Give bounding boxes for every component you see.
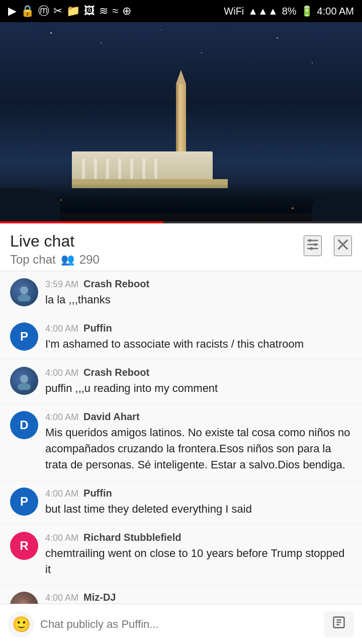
chat-header: Live chat Top chat 👥 290 xyxy=(0,223,362,271)
video-overlay xyxy=(0,22,362,223)
svg-point-4 xyxy=(314,243,317,246)
time-display: 4:00 AM xyxy=(317,6,354,17)
svg-point-9 xyxy=(18,294,31,301)
avatar: P xyxy=(10,488,38,516)
message-text: la la ,,,thanks xyxy=(45,292,352,308)
emoji-icon: 🙂 xyxy=(12,615,31,633)
chat-message: D 4:00 AM David Ahart Mis queridos amigo… xyxy=(0,404,362,480)
avatar-image xyxy=(10,278,38,306)
avatar-image xyxy=(10,367,38,395)
message-content: 4:00 AM Crash Reboot puffin ,,,u reading… xyxy=(45,367,352,396)
top-chat-label[interactable]: Top chat xyxy=(10,253,56,267)
send-icon xyxy=(332,615,346,633)
message-time: 4:00 AM xyxy=(45,533,78,543)
message-content: 3:59 AM Crash Reboot la la ,,,thanks xyxy=(45,278,352,308)
yt-icon: ▶ xyxy=(8,5,17,18)
message-content: 4:00 AM Puffin but last time they delete… xyxy=(45,488,352,517)
svg-point-5 xyxy=(310,247,313,250)
message-time: 4:00 AM xyxy=(45,324,78,334)
video-progress-bar[interactable] xyxy=(0,221,362,223)
message-author: Crash Reboot xyxy=(83,367,149,378)
filter-icon-button[interactable] xyxy=(304,235,322,256)
message-author: Miz-DJ xyxy=(83,592,116,603)
avatar: D xyxy=(10,411,38,439)
chat-message: 3:59 AM Crash Reboot la la ,,,thanks xyxy=(0,271,362,315)
video-player[interactable] xyxy=(0,22,362,223)
svg-point-8 xyxy=(20,286,28,294)
message-author: Puffin xyxy=(83,488,112,499)
avatar: P xyxy=(10,323,38,351)
cut-icon: ✂ xyxy=(53,5,62,18)
message-author: Puffin xyxy=(83,323,112,334)
viewers-icon: 👥 xyxy=(61,253,74,266)
svg-point-3 xyxy=(309,239,311,242)
chat-input-bar: 🙂 xyxy=(0,604,362,644)
chat-message: 4:00 AM Crash Reboot puffin ,,,u reading… xyxy=(0,360,362,404)
message-author: Richard Stubblefield xyxy=(83,532,181,543)
status-bar: ▶ 🔒 ⓜ ✂ 📁 🖼 ≋ ≈ ⊕ WiFi ▲▲▲ 8% 🔋 4:00 AM xyxy=(0,0,362,22)
message-text: puffin ,,,u reading into my comment xyxy=(45,380,352,396)
svg-point-10 xyxy=(20,375,28,383)
status-bar-right: WiFi ▲▲▲ 8% 🔋 4:00 AM xyxy=(224,5,354,17)
avatar: R xyxy=(10,532,38,560)
vpn-icon: ⊕ xyxy=(122,5,131,18)
avatar xyxy=(10,367,38,395)
image-icon: 🖼 xyxy=(84,5,95,18)
chat-title: Live chat xyxy=(10,231,100,251)
send-button[interactable] xyxy=(324,611,354,637)
folder-icon: 📁 xyxy=(66,5,80,18)
emoji-button[interactable]: 🙂 xyxy=(8,611,34,637)
viewer-count: 290 xyxy=(79,253,100,267)
battery-text: 8% xyxy=(282,6,297,17)
message-content: 4:00 AM Puffin I'm ashamed to associate … xyxy=(45,323,352,352)
signal-icon: ▲▲▲ xyxy=(248,6,278,17)
mastodon-icon: ⓜ xyxy=(38,4,49,19)
close-button[interactable] xyxy=(334,235,352,256)
avatar xyxy=(10,278,38,306)
chat-message: P 4:00 AM Puffin I'm ashamed to associat… xyxy=(0,315,362,360)
message-content: 4:00 AM David Ahart Mis queridos amigos … xyxy=(45,411,352,473)
svg-point-11 xyxy=(18,383,31,390)
message-text: Mis queridos amigos latinos. No existe t… xyxy=(45,425,352,473)
message-time: 4:00 AM xyxy=(45,593,78,603)
messages-container: 3:59 AM Crash Reboot la la ,,,thanks P 4… xyxy=(0,271,362,644)
status-bar-left: ▶ 🔒 ⓜ ✂ 📁 🖼 ≋ ≈ ⊕ xyxy=(8,4,131,19)
video-progress-fill xyxy=(0,221,163,223)
message-text: I'm ashamed to associate with racists / … xyxy=(45,336,352,352)
wifi-extra2-icon: ≈ xyxy=(112,5,118,18)
message-author: Crash Reboot xyxy=(83,278,149,290)
message-content: 4:00 AM Richard Stubblefield chemtrailin… xyxy=(45,532,352,578)
chat-input[interactable] xyxy=(40,618,318,631)
message-time: 4:00 AM xyxy=(45,412,78,423)
bag-icon: 🔒 xyxy=(21,5,34,18)
wifi-extra-icon: ≋ xyxy=(99,5,108,18)
chat-message: R 4:00 AM Richard Stubblefield chemtrail… xyxy=(0,525,362,585)
wifi-icon: WiFi xyxy=(224,6,244,17)
message-time: 4:00 AM xyxy=(45,368,78,378)
message-text: chemtrailing went on close to 10 years b… xyxy=(45,545,352,578)
message-text: but last time they deleted everything I … xyxy=(45,501,352,517)
message-time: 4:00 AM xyxy=(45,489,78,499)
message-time: 3:59 AM xyxy=(45,279,78,290)
message-author: David Ahart xyxy=(83,411,140,423)
battery-icon: 🔋 xyxy=(301,5,313,17)
chat-message: P 4:00 AM Puffin but last time they dele… xyxy=(0,480,362,525)
